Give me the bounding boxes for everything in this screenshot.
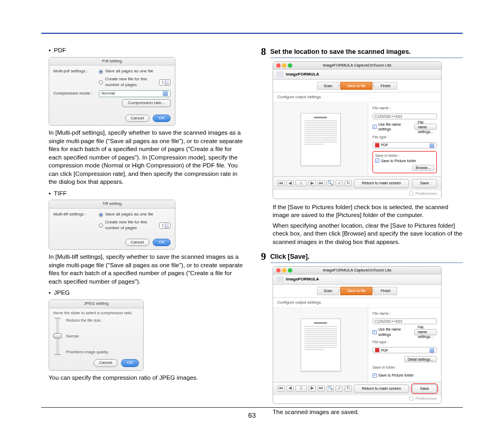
save-button[interactable]: Save	[412, 179, 437, 187]
compression-rate-button[interactable]: Compression rate...	[122, 99, 171, 107]
preferences-link[interactable]: Preferences	[416, 191, 437, 196]
first-page-icon[interactable]: ⏮	[277, 386, 285, 392]
next-page-icon[interactable]: ▶	[309, 180, 316, 186]
save-location-highlight: Save in folder : ✓Save to Picture folder…	[372, 151, 437, 173]
multi-tiff-label: Multi-tiff settings :	[53, 212, 99, 218]
step-scan[interactable]: Scan	[317, 82, 339, 90]
tiff-dialog: Tiff setting Multi-tiff settings : Save …	[49, 200, 175, 250]
browse-button[interactable]: Browse...	[412, 165, 434, 171]
jpeg-label: JPEG	[54, 289, 70, 297]
minimize-icon[interactable]	[282, 63, 286, 68]
file-name-field[interactable]: C1292101++SS3	[372, 114, 437, 119]
step-8-title: Set the location to save the scanned ima…	[270, 48, 463, 57]
checkbox-icon[interactable]: ✓	[372, 330, 377, 334]
app-title: imageFORMULA CaptureOnTouch Lite	[323, 63, 391, 68]
step-save[interactable]: Save to file	[340, 82, 372, 90]
last-page-icon[interactable]: ⏭	[318, 180, 325, 186]
close-icon[interactable]	[276, 63, 281, 68]
ok-button[interactable]: OK	[153, 115, 171, 123]
app-logo-icon	[276, 71, 284, 78]
configure-label: Configure output settings.	[273, 92, 441, 102]
zoom-icon[interactable]	[288, 268, 292, 273]
return-button[interactable]: Return to main screen	[354, 384, 409, 393]
chevron-down-icon	[163, 91, 168, 96]
brand-label: imageFORMULA	[286, 72, 319, 78]
filename-settings-button[interactable]: File name settings...	[414, 124, 437, 130]
slider-thumb-icon[interactable]	[53, 333, 62, 339]
step-finish[interactable]: Finish	[374, 82, 397, 90]
filename-settings-button[interactable]: File name settings...	[414, 329, 437, 335]
pdf-pages-spinner[interactable]: 1	[159, 79, 171, 86]
page-field[interactable]: 1	[295, 180, 307, 186]
zoom-icon[interactable]	[288, 63, 292, 68]
left-column: • PDF Pdf setting Multi-pdf settings : S…	[41, 46, 243, 400]
save-button[interactable]: Save	[412, 384, 437, 393]
jpeg-dialog: JPEG setting Move the slider to select a…	[49, 299, 144, 371]
jpeg-bullet: • JPEG	[49, 289, 243, 297]
checkbox-icon[interactable]: ✓	[375, 158, 379, 163]
window-controls[interactable]	[276, 63, 292, 68]
file-type-select[interactable]: PDF	[372, 142, 437, 148]
step-save[interactable]: Save to file	[340, 287, 372, 295]
rotate-icon[interactable]: ↻	[344, 386, 352, 392]
gear-icon[interactable]	[409, 396, 414, 401]
tiff-radio-allpages[interactable]: Save all pages as one file	[99, 212, 153, 218]
tiff-pages-spinner[interactable]: 1	[159, 222, 171, 229]
checkbox-icon[interactable]: ✓	[372, 125, 377, 129]
page-number: 63	[0, 411, 504, 419]
file-name-field[interactable]: C1292101++SS3	[372, 318, 437, 324]
jpeg-description: You can specify the compression ratio of…	[49, 374, 243, 382]
jpeg-slider[interactable]	[56, 318, 59, 355]
close-icon[interactable]	[276, 268, 281, 273]
next-page-icon[interactable]: ▶	[309, 386, 316, 392]
right-column: 8 Set the location to save the scanned i…	[261, 46, 463, 400]
settings-pane: File name : C1292101++SS3 ✓Use file name…	[368, 308, 441, 382]
use-filename-check[interactable]: Use file name settings	[378, 122, 412, 132]
app-toolbar: imageFORMULA	[273, 70, 441, 80]
save-in-label: Save in folder :	[372, 365, 437, 370]
detail-settings-button[interactable]: Detail settings...	[404, 356, 437, 362]
tiff-radio-newfile[interactable]: Create new file for this number of pages…	[99, 220, 171, 231]
save-in-label: Save in folder :	[375, 153, 434, 158]
fit-icon[interactable]: ⤢	[335, 180, 343, 186]
use-filename-check[interactable]: Use file name settings	[378, 327, 412, 337]
step-9-title: Click [Save].	[270, 252, 463, 261]
preview-page	[301, 113, 341, 166]
step-underline	[270, 58, 463, 58]
file-type-label: File type :	[372, 340, 437, 344]
fit-icon[interactable]: ⤢	[335, 386, 343, 392]
pdf-icon	[375, 143, 379, 147]
rotate-icon[interactable]: ↻	[344, 180, 352, 186]
app-toolbar: imageFORMULA	[273, 275, 441, 285]
last-page-icon[interactable]: ⏭	[318, 386, 325, 392]
app-bottombar: ⏮ ◀ 1 ▶ ⏭ 🔍 ⤢ ↻ Return to main screen Sa…	[273, 382, 441, 395]
step-scan[interactable]: Scan	[317, 287, 339, 295]
ok-button[interactable]: OK	[153, 239, 171, 247]
preview-page	[301, 318, 341, 371]
pdf-radio-allpages[interactable]: Save all pages as one file	[99, 69, 153, 74]
prev-page-icon[interactable]: ◀	[286, 386, 294, 392]
prev-page-icon[interactable]: ◀	[286, 180, 294, 186]
return-button[interactable]: Return to main screen	[354, 179, 409, 187]
window-controls[interactable]	[276, 268, 292, 273]
save-to-pictures-check[interactable]: Save to Picture folder	[381, 158, 416, 163]
zoom-icon[interactable]: 🔍	[326, 180, 334, 186]
checkbox-icon[interactable]: ✓	[372, 373, 377, 378]
pdf-radio-newfile[interactable]: Create new file for this number of pages…	[99, 77, 171, 88]
first-page-icon[interactable]: ⏮	[277, 180, 285, 186]
preferences-link[interactable]: Preferences	[416, 396, 437, 401]
cancel-button[interactable]: Cancel	[125, 239, 150, 247]
zoom-icon[interactable]: 🔍	[326, 386, 334, 392]
ok-button[interactable]: OK	[121, 359, 139, 367]
step-finish[interactable]: Finish	[374, 287, 397, 295]
compression-mode-select[interactable]: Normal	[99, 90, 171, 97]
file-type-select[interactable]: PDF	[372, 347, 437, 353]
save-to-pictures-check[interactable]: Save to Picture folder	[378, 373, 414, 378]
settings-pane: File name : C1292101++SS3 ✓Use file name…	[368, 102, 441, 176]
minimize-icon[interactable]	[282, 268, 286, 273]
gear-icon[interactable]	[409, 191, 414, 196]
cancel-button[interactable]: Cancel	[125, 115, 150, 123]
page-field[interactable]: 1	[295, 386, 307, 392]
step-number: 8	[261, 46, 266, 57]
cancel-button[interactable]: Cancel	[94, 359, 118, 367]
